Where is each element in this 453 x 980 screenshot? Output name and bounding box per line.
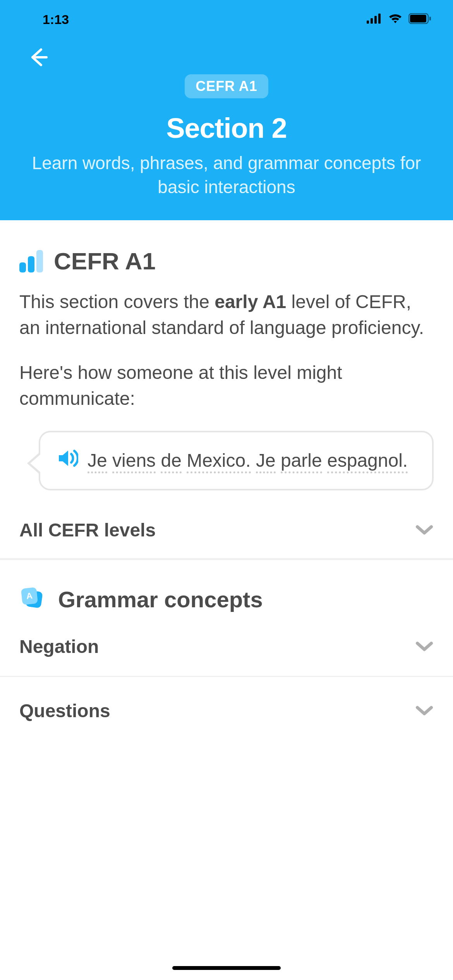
grammar-item-label: Negation xyxy=(19,636,99,657)
home-indicator[interactable] xyxy=(172,966,281,970)
cellular-icon xyxy=(367,14,382,25)
svg-rect-5 xyxy=(410,15,426,22)
cefr-description: This section covers the early A1 level o… xyxy=(19,289,434,341)
chevron-down-icon xyxy=(415,705,434,717)
section-subtitle: Learn words, phrases, and grammar concep… xyxy=(23,151,430,199)
status-time: 1:13 xyxy=(43,12,69,27)
svg-text:A: A xyxy=(26,591,33,601)
svg-rect-1 xyxy=(371,18,373,24)
status-icons xyxy=(367,13,432,26)
section-title: Section 2 xyxy=(23,112,430,144)
wifi-icon xyxy=(388,13,403,26)
svg-rect-0 xyxy=(367,21,369,24)
example-speech-bubble: Je viens de Mexico. Je parle espagnol. xyxy=(39,431,434,490)
desc-bold: early A1 xyxy=(214,291,286,312)
grammar-heading-text: Grammar concepts xyxy=(58,586,263,612)
header-content: CEFR A1 Section 2 Learn words, phrases, … xyxy=(0,70,453,199)
cefr-heading: CEFR A1 xyxy=(19,247,434,275)
status-bar: 1:13 xyxy=(0,0,453,39)
desc-prefix: This section covers the xyxy=(19,291,214,312)
all-cefr-levels-expander[interactable]: All CEFR levels xyxy=(19,502,434,558)
grammar-item-negation[interactable]: Negation xyxy=(19,613,434,676)
cards-icon: A xyxy=(19,586,45,613)
chevron-down-icon xyxy=(415,641,434,653)
example-text[interactable]: Je viens de Mexico. Je parle espagnol. xyxy=(88,446,408,475)
svg-rect-6 xyxy=(429,17,431,21)
grammar-item-label: Questions xyxy=(19,700,110,721)
svg-rect-3 xyxy=(378,14,381,24)
grammar-section: A Grammar concepts Negation Questions xyxy=(19,560,434,740)
svg-rect-2 xyxy=(374,16,377,24)
cefr-badge: CEFR A1 xyxy=(185,74,268,98)
header: 1:13 CEFR A1 Section 2 Learn words, phra… xyxy=(0,0,453,220)
cefr-intro: Here's how someone at this level might c… xyxy=(19,360,434,411)
back-button[interactable] xyxy=(0,39,49,70)
battery-icon xyxy=(408,13,432,26)
bars-icon xyxy=(19,250,43,272)
main-content: CEFR A1 This section covers the early A1… xyxy=(0,220,453,740)
grammar-heading: A Grammar concepts xyxy=(19,586,434,613)
grammar-item-questions[interactable]: Questions xyxy=(19,677,434,740)
speaker-icon[interactable] xyxy=(57,449,78,469)
cefr-heading-text: CEFR A1 xyxy=(54,247,156,275)
chevron-down-icon xyxy=(415,524,434,536)
expander-label: All CEFR levels xyxy=(19,519,156,541)
